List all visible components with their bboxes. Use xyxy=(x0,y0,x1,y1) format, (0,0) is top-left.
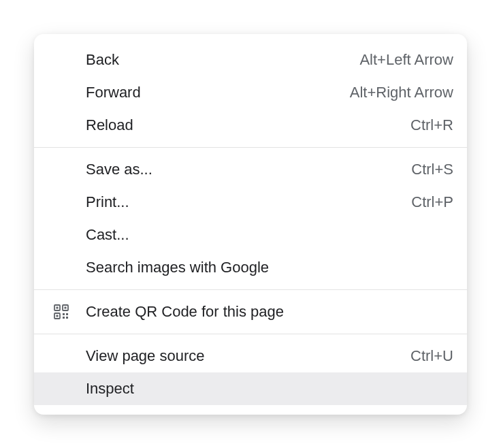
menu-item-label: View page source xyxy=(86,347,400,365)
svg-rect-9 xyxy=(66,317,68,319)
menu-item-reload[interactable]: Reload Ctrl+R xyxy=(34,109,467,142)
menu-item-shortcut: Alt+Left Arrow xyxy=(359,51,453,69)
svg-rect-6 xyxy=(63,313,65,315)
menu-item-inspect[interactable]: Inspect xyxy=(34,372,467,405)
menu-item-cast[interactable]: Cast... xyxy=(34,219,467,251)
menu-item-create-qr-code[interactable]: Create QR Code for this page xyxy=(34,295,467,328)
menu-item-label: Reload xyxy=(86,116,400,134)
menu-item-shortcut: Ctrl+S xyxy=(411,161,453,178)
menu-item-label: Create QR Code for this page xyxy=(86,303,442,321)
menu-item-shortcut: Ctrl+R xyxy=(410,116,453,134)
menu-item-label: Cast... xyxy=(86,226,442,244)
menu-item-back[interactable]: Back Alt+Left Arrow xyxy=(34,44,467,76)
menu-separator xyxy=(34,334,467,334)
menu-item-search-images[interactable]: Search images with Google xyxy=(34,251,467,284)
menu-item-save-as[interactable]: Save as... Ctrl+S xyxy=(34,153,467,186)
svg-rect-3 xyxy=(65,306,67,308)
svg-rect-7 xyxy=(66,313,68,315)
svg-rect-8 xyxy=(63,317,65,319)
menu-item-label: Search images with Google xyxy=(86,259,442,276)
menu-item-shortcut: Alt+Right Arrow xyxy=(350,84,453,101)
menu-item-label: Print... xyxy=(86,193,400,211)
menu-item-label: Inspect xyxy=(86,380,442,398)
menu-item-view-page-source[interactable]: View page source Ctrl+U xyxy=(34,340,467,372)
menu-item-label: Save as... xyxy=(86,161,400,178)
svg-rect-5 xyxy=(56,315,59,317)
svg-rect-1 xyxy=(56,306,59,308)
menu-item-print[interactable]: Print... Ctrl+P xyxy=(34,186,467,219)
menu-item-label: Back xyxy=(86,51,349,69)
menu-item-shortcut: Ctrl+P xyxy=(411,193,453,211)
menu-item-forward[interactable]: Forward Alt+Right Arrow xyxy=(34,76,467,109)
menu-separator xyxy=(34,289,467,290)
qr-code-icon xyxy=(48,304,75,320)
menu-item-label: Forward xyxy=(86,84,339,101)
context-menu: Back Alt+Left Arrow Forward Alt+Right Ar… xyxy=(34,34,467,415)
menu-item-shortcut: Ctrl+U xyxy=(410,347,453,365)
menu-separator xyxy=(34,147,467,148)
